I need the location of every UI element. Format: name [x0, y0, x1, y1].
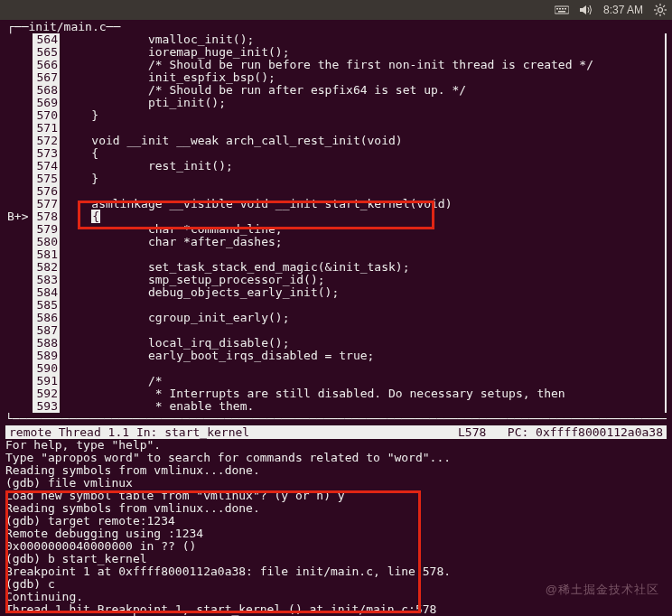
- svg-rect-1: [556, 8, 558, 10]
- breakpoint-gutter[interactable]: [5, 350, 33, 362]
- gdb-line: Reading symbols from vmlinux...done.: [5, 464, 667, 477]
- source-code: char *after_dashes;: [60, 236, 665, 248]
- source-pane: 564 vmalloc_init();565 ioremap_huge_init…: [5, 33, 667, 413]
- line-number: 576: [34, 185, 60, 198]
- status-right: L578 PC: 0xffff8000112a0a38: [458, 425, 663, 439]
- gear-icon[interactable]: [654, 4, 667, 16]
- line-number: 569: [34, 97, 60, 109]
- line-number: 578: [34, 210, 60, 223]
- source-row: 586 cgroup_init_early();: [5, 312, 667, 324]
- gdb-console[interactable]: For help, type "help".Type "apropos word…: [5, 439, 667, 616]
- svg-rect-3: [562, 8, 564, 10]
- breakpoint-gutter[interactable]: [5, 97, 33, 109]
- breakpoint-gutter[interactable]: [5, 312, 33, 324]
- svg-marker-6: [580, 5, 586, 14]
- keyboard-icon[interactable]: [555, 5, 569, 15]
- source-code: early_boot_irqs_disabled = true;: [60, 350, 665, 362]
- breakpoint-gutter[interactable]: [5, 109, 33, 122]
- source-row: B+>578 {: [5, 210, 667, 223]
- source-code: /*: [60, 375, 665, 387]
- line-number: 568: [34, 84, 60, 97]
- source-row: 577 asmlinkage __visible void __init sta…: [5, 198, 667, 210]
- breakpoint-gutter[interactable]: [5, 198, 33, 210]
- source-row: 593 * enable them.: [5, 400, 667, 413]
- source-code: asmlinkage __visible void __init start_k…: [60, 198, 665, 210]
- breakpoint-gutter[interactable]: [5, 362, 33, 375]
- source-code: /* Should be run before the first non-in…: [60, 59, 665, 71]
- source-code: }: [60, 109, 665, 122]
- breakpoint-gutter[interactable]: [5, 173, 33, 185]
- source-code: pti_init();: [60, 97, 665, 109]
- breakpoint-gutter[interactable]: [5, 261, 33, 274]
- sound-icon[interactable]: [580, 5, 593, 15]
- breakpoint-gutter[interactable]: [5, 223, 33, 236]
- breakpoint-gutter[interactable]: [5, 185, 33, 198]
- gdb-line: Reading symbols from vmlinux...done.: [5, 502, 667, 515]
- breakpoint-gutter[interactable]: [5, 274, 33, 286]
- breakpoint-gutter[interactable]: [5, 375, 33, 387]
- line-number: 564: [34, 33, 60, 46]
- line-number: 585: [34, 299, 60, 312]
- source-row: 585: [5, 299, 667, 312]
- source-code: rest_init();: [60, 160, 665, 173]
- line-number: 565: [34, 46, 60, 59]
- breakpoint-gutter[interactable]: [5, 400, 33, 413]
- source-code: [60, 248, 665, 261]
- source-row: 575 }: [5, 173, 667, 185]
- breakpoint-gutter[interactable]: [5, 135, 33, 147]
- breakpoint-gutter[interactable]: [5, 160, 33, 173]
- breakpoint-gutter[interactable]: [5, 59, 33, 71]
- source-code: * enable them.: [60, 400, 665, 413]
- source-code: }: [60, 173, 665, 185]
- source-row: 573 {: [5, 147, 667, 160]
- line-number: 577: [34, 198, 60, 210]
- line-number: 573: [34, 147, 60, 160]
- line-number: 590: [34, 362, 60, 375]
- source-code: local_irq_disable();: [60, 337, 665, 350]
- breakpoint-gutter[interactable]: [5, 299, 33, 312]
- breakpoint-gutter[interactable]: [5, 286, 33, 299]
- source-row: 567 init_espfix_bsp();: [5, 71, 667, 84]
- breakpoint-gutter[interactable]: B+>: [5, 210, 33, 223]
- line-number: 567: [34, 71, 60, 84]
- breakpoint-gutter[interactable]: [5, 387, 33, 400]
- breakpoint-gutter[interactable]: [5, 248, 33, 261]
- gdb-line: (gdb) target remote:1234: [5, 515, 667, 527]
- line-number: 592: [34, 387, 60, 400]
- source-row: 572 void __init __weak arch_call_rest_in…: [5, 135, 667, 147]
- svg-line-12: [656, 5, 658, 7]
- line-number: 574: [34, 160, 60, 173]
- breakpoint-gutter[interactable]: [5, 46, 33, 59]
- gdb-line: (gdb) file vmlinux: [5, 477, 667, 490]
- source-row: 574 rest_init();: [5, 160, 667, 173]
- breakpoint-gutter[interactable]: [5, 71, 33, 84]
- source-row: 565 ioremap_huge_init();: [5, 46, 667, 59]
- breakpoint-gutter[interactable]: [5, 84, 33, 97]
- source-code: {: [60, 210, 665, 223]
- line-number: 582: [34, 261, 60, 274]
- breakpoint-gutter[interactable]: [5, 33, 33, 46]
- source-border-bottom: └───────────────────────────────────────…: [5, 413, 667, 425]
- terminal[interactable]: ┌──init/main.c── 564 vmalloc_init();565 …: [0, 20, 672, 616]
- clock-label[interactable]: 8:37 AM: [603, 4, 643, 16]
- source-row: 581: [5, 248, 667, 261]
- breakpoint-gutter[interactable]: [5, 337, 33, 350]
- line-number: 572: [34, 135, 60, 147]
- source-code: [60, 324, 665, 337]
- line-number: 583: [34, 274, 60, 286]
- breakpoint-gutter[interactable]: [5, 236, 33, 248]
- line-number: 581: [34, 248, 60, 261]
- source-code: vmalloc_init();: [60, 33, 665, 46]
- source-row: 592 * Interrupts are still disabled. Do …: [5, 387, 667, 400]
- source-code: void __init __weak arch_call_rest_init(v…: [60, 135, 665, 147]
- source-code: [60, 299, 665, 312]
- line-number: 579: [34, 223, 60, 236]
- gdb-line: Continuing.: [5, 591, 667, 603]
- source-row: 590: [5, 362, 667, 375]
- breakpoint-gutter[interactable]: [5, 147, 33, 160]
- source-row: 589 early_boot_irqs_disabled = true;: [5, 350, 667, 362]
- breakpoint-gutter[interactable]: [5, 122, 33, 135]
- cursor: {: [91, 210, 100, 223]
- breakpoint-gutter[interactable]: [5, 324, 33, 337]
- source-row: 587: [5, 324, 667, 337]
